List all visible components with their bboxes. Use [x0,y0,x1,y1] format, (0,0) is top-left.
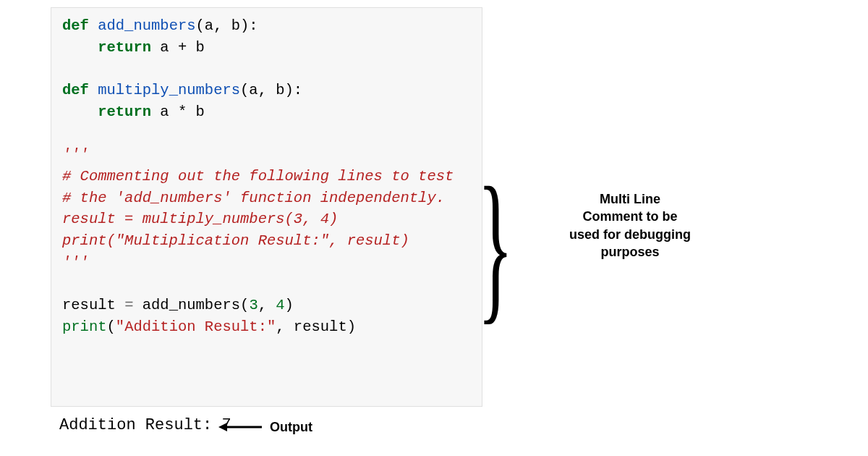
string-literal: "Addition Result:" [116,318,276,335]
keyword-return: return [98,39,151,56]
arrow-left-icon [217,420,264,434]
builtin-print: print [62,318,107,335]
output-text: Addition Result: 7 [59,416,231,434]
code-block: def add_numbers(a, b): return a + b def … [51,7,482,407]
annotation-text: Multi Line Comment to be used for debugg… [569,190,692,261]
params: (a, b): [240,82,302,98]
code-line: result [62,297,124,313]
svg-marker-1 [218,423,227,431]
comment-line: # Commenting out the following lines to … [62,168,454,185]
triple-quote-open: ''' [62,146,89,163]
commented-code: result = multiply_numbers( [62,211,294,227]
brace-icon: } [477,163,514,329]
comment-line: # the 'add_numbers' function independent… [62,190,445,206]
triple-quote-close: ''' [62,254,89,271]
function-name: multiply_numbers [98,82,240,98]
function-name: add_numbers [98,17,195,34]
commented-code: print( [62,232,116,249]
body: a + b [160,39,205,56]
keyword-def: def [62,17,89,34]
params: (a, b): [196,17,258,34]
output-label: Output [270,420,312,435]
keyword-return: return [98,104,151,120]
body: a * b [160,104,205,120]
keyword-def: def [62,82,89,98]
